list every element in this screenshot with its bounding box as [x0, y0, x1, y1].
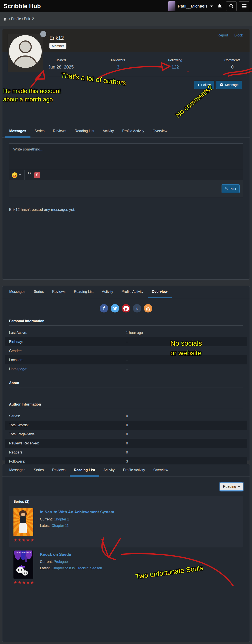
- info-row: Total Words:0: [5, 420, 247, 430]
- profile-card: Erik12 Member Report Block JoinedJun 28,…: [2, 29, 250, 280]
- info-row: Location:--: [5, 355, 247, 364]
- composer-textarea[interactable]: [9, 144, 243, 170]
- info-value: 0: [126, 450, 247, 454]
- info-value: --: [126, 340, 247, 344]
- tab-reading-list[interactable]: Reading List: [70, 286, 98, 298]
- member-badge: Member: [49, 43, 66, 48]
- profile-avatar[interactable]: [8, 34, 43, 72]
- chevron-down-icon: [238, 486, 240, 487]
- about-heading: About: [9, 381, 250, 385]
- info-label: Gender:: [5, 349, 126, 353]
- profile-username: Erik12: [49, 35, 64, 41]
- info-value: 3: [126, 460, 247, 464]
- stat-label: Followers: [105, 58, 131, 62]
- tab-activity[interactable]: Activity: [99, 464, 119, 476]
- search-button[interactable]: [226, 1, 237, 11]
- quote-icon[interactable]: “: [27, 172, 31, 178]
- stat-value[interactable]: 122: [162, 64, 188, 70]
- personal-info-table: Last Active:1 hour agoBirthday:--Gender:…: [5, 328, 247, 374]
- info-label: Total Pageviews:: [5, 432, 126, 436]
- report-link[interactable]: Report: [218, 33, 228, 37]
- star-rating: ★★★★★: [13, 580, 34, 585]
- message-button[interactable]: Message: [216, 81, 242, 89]
- overview-card: MessagesSeriesReviewsReading ListActivit…: [2, 286, 250, 461]
- tab-reviews[interactable]: Reviews: [48, 286, 70, 298]
- series-cover-image[interactable]: [13, 508, 33, 536]
- spoiler-button[interactable]: S: [34, 172, 40, 178]
- twitter-icon[interactable]: [111, 304, 119, 312]
- stat-following: Following122: [162, 58, 188, 70]
- tab-series[interactable]: Series: [30, 125, 49, 138]
- top-navbar: Scribble Hub Paul__Michaels: [0, 0, 252, 12]
- stat-value: 0: [219, 64, 246, 70]
- latest-chapter-link[interactable]: Chapter 11: [51, 524, 69, 528]
- series-title-link[interactable]: In Naruto With An Achievement System: [40, 510, 114, 514]
- profile-tabbar: MessagesSeriesReviewsReading ListActivit…: [2, 125, 250, 138]
- personal-info-heading: Personal Information: [9, 319, 250, 323]
- current-chapter-link[interactable]: Chapter 1: [54, 517, 69, 521]
- current-chapter-line: Current: Chapter 1: [40, 517, 114, 521]
- tab-series[interactable]: Series: [30, 286, 48, 298]
- tab-profile-activity[interactable]: Profile Activity: [117, 286, 148, 298]
- facebook-icon[interactable]: f: [100, 304, 108, 312]
- tab-overview[interactable]: Overview: [149, 464, 172, 476]
- tab-reading-list[interactable]: Reading List: [70, 464, 99, 476]
- tab-activity[interactable]: Activity: [98, 286, 118, 298]
- breadcrumb-path[interactable]: / Profile / Erik12: [9, 17, 34, 21]
- pinterest-icon[interactable]: p: [122, 304, 130, 312]
- stat-value[interactable]: 3: [105, 64, 131, 70]
- tab-messages[interactable]: Messages: [5, 464, 30, 476]
- latest-chapter-line: Latest: Chapter 11: [40, 524, 114, 528]
- post-button[interactable]: ✎ Post: [222, 184, 240, 193]
- notifications-bell-icon[interactable]: [217, 4, 222, 9]
- reading-list-item: ★★★★★In Naruto With An Achievement Syste…: [8, 505, 244, 548]
- tab-activity[interactable]: Activity: [98, 125, 118, 138]
- info-label: Total Words:: [5, 423, 126, 427]
- tab-overview[interactable]: Overview: [148, 125, 172, 138]
- emoji-icon: [12, 172, 17, 178]
- info-row: Reviews Received:0: [5, 439, 247, 448]
- reading-list-item: KNOCK ON SUEDE★★★★★Knock on SuedeCurrent…: [8, 548, 244, 590]
- series-list: Series (2) ★★★★★In Naruto With An Achiev…: [8, 496, 244, 590]
- tab-messages[interactable]: Messages: [5, 125, 30, 138]
- follow-button[interactable]: + Follow: [194, 81, 214, 89]
- info-row: Total Pageviews:0: [5, 430, 247, 439]
- tumblr-icon[interactable]: t: [133, 304, 141, 312]
- overview-tabbar: MessagesSeriesReviewsReading ListActivit…: [2, 286, 250, 298]
- info-label: Homepage:: [5, 367, 126, 371]
- no-messages-text: Erik12 hasn't posted any messages yet.: [9, 208, 250, 212]
- social-icons-row: f p t: [2, 304, 250, 312]
- stat-joined: JoinedJun 28, 2025: [48, 58, 74, 70]
- stat-value: Jun 28, 2025: [48, 64, 74, 70]
- current-chapter-link[interactable]: Prologue: [54, 560, 68, 564]
- rss-icon[interactable]: [144, 304, 152, 312]
- block-link[interactable]: Block: [234, 33, 243, 37]
- stat-followers: Followers3: [105, 58, 131, 70]
- info-value: --: [126, 358, 247, 362]
- username-menu[interactable]: Paul__Michaels: [178, 4, 207, 8]
- tab-reading-list[interactable]: Reading List: [70, 125, 98, 138]
- emoji-picker-button[interactable]: [12, 172, 21, 178]
- chevron-down-icon[interactable]: [210, 6, 213, 7]
- info-row: Birthday:--: [5, 337, 247, 346]
- tab-profile-activity[interactable]: Profile Activity: [119, 464, 149, 476]
- series-cover-image[interactable]: KNOCK ON SUEDE: [13, 550, 33, 578]
- site-logo[interactable]: Scribble Hub: [3, 3, 41, 10]
- tab-profile-activity[interactable]: Profile Activity: [118, 125, 148, 138]
- tab-reviews[interactable]: Reviews: [48, 464, 70, 476]
- tab-series[interactable]: Series: [30, 464, 48, 476]
- reading-list-filter-select[interactable]: Reading: [220, 482, 244, 491]
- plus-icon: +: [198, 83, 200, 87]
- star-rating: ★★★★★: [13, 538, 34, 542]
- main-menu-button[interactable]: [239, 1, 249, 11]
- home-icon[interactable]: [3, 17, 7, 21]
- tab-messages[interactable]: Messages: [5, 286, 30, 298]
- tab-reviews[interactable]: Reviews: [49, 125, 70, 138]
- series-title-link[interactable]: Knock on Suede: [40, 552, 102, 557]
- speech-bubble-icon: [220, 83, 224, 87]
- stat-label: Joined: [48, 58, 74, 62]
- tab-overview[interactable]: Overview: [148, 286, 172, 298]
- user-avatar[interactable]: [168, 1, 175, 11]
- latest-chapter-link[interactable]: Chapter 5: It Is Cracklin' Season: [51, 566, 102, 570]
- message-composer: “ S ✎ Post: [8, 144, 244, 197]
